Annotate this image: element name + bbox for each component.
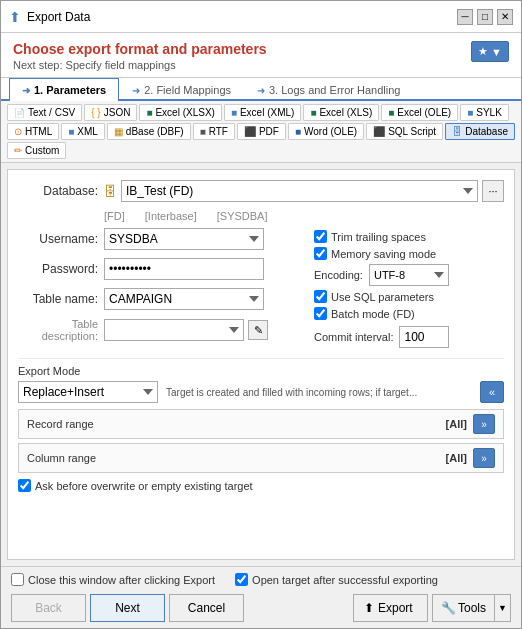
tools-dropdown-button[interactable]: ▼ [495, 594, 511, 622]
star-icon: ★ [478, 45, 488, 58]
export-mode-section: Export Mode Replace+Insert Insert Update… [18, 358, 504, 403]
username-input[interactable]: SYSDBA [104, 228, 264, 250]
format-word-ole[interactable]: ■ Word (OLE) [288, 123, 364, 140]
batch-mode-label: Batch mode (FD) [331, 308, 415, 320]
table-description-select[interactable] [104, 319, 244, 341]
commit-interval-row: Commit interval: [314, 326, 504, 348]
database-more-button[interactable]: ··· [482, 180, 504, 202]
database-select[interactable]: IB_Test (FD) [121, 180, 478, 202]
format-database[interactable]: 🗄 Database [445, 123, 515, 140]
tools-section: 🔧 Tools ▼ [432, 594, 511, 622]
export-mode-select[interactable]: Replace+Insert Insert Update [18, 381, 158, 403]
window-icon: ⬆ [9, 9, 21, 25]
format-sql-script[interactable]: ⬛ SQL Script [366, 123, 443, 140]
memory-saving-checkbox[interactable] [314, 247, 327, 260]
format-excel-xls[interactable]: ■ Excel (XLS) [303, 104, 379, 121]
content-area: Database: 🗄 IB_Test (FD) ··· [FD] [Inter… [7, 169, 515, 560]
table-desc-edit-button[interactable]: ✎ [248, 320, 268, 340]
format-bar: 📄 Text / CSV { } JSON ■ Excel (XLSX) ■ E… [1, 101, 521, 163]
header-title: Choose export format and parameters [13, 41, 267, 57]
format-html[interactable]: ⊙ HTML [7, 123, 59, 140]
next-button[interactable]: Next [90, 594, 165, 622]
table-description-row: Table description: ✎ [18, 318, 306, 342]
excel-xls-label: Excel (XLS) [319, 107, 372, 118]
action-buttons: Back Next Cancel ⬆ Export 🔧 Tools ▼ [11, 594, 511, 622]
format-custom[interactable]: ✏ Custom [7, 142, 66, 159]
format-excel-xml[interactable]: ■ Excel (XML) [224, 104, 302, 121]
tab-parameters[interactable]: ➜ 1. Parameters [9, 78, 119, 101]
format-xml[interactable]: ■ XML [61, 123, 105, 140]
column-range-value: [All] [446, 452, 467, 464]
tabs-row: ➜ 1. Parameters ➜ 2. Field Mappings ➜ 3.… [1, 78, 521, 101]
dbase-icon: ▦ [114, 126, 123, 137]
format-excel-ole[interactable]: ■ Excel (OLE) [381, 104, 458, 121]
html-icon: ⊙ [14, 126, 22, 137]
format-rtf[interactable]: ■ RTF [193, 123, 235, 140]
database-input-group: 🗄 IB_Test (FD) ··· [104, 180, 504, 202]
tab-logs[interactable]: ➜ 3. Logs and Error Handling [244, 78, 413, 101]
record-range-row: Record range [All] » [18, 409, 504, 439]
encoding-select[interactable]: UTF-8UTF-16ASCIIISO-8859-1 [369, 264, 449, 286]
excel-xls-icon: ■ [310, 107, 316, 118]
export-mode-label: Export Mode [18, 365, 504, 377]
format-sylk[interactable]: ■ SYLK [460, 104, 509, 121]
word-icon: ■ [295, 126, 301, 137]
bottom-checkboxes: Close this window after clicking Export … [11, 573, 511, 586]
commit-interval-label: Commit interval: [314, 331, 393, 343]
format-pdf[interactable]: ⬛ PDF [237, 123, 286, 140]
trim-trailing-spaces-label: Trim trailing spaces [331, 231, 426, 243]
star-button[interactable]: ★ ▼ [471, 41, 509, 62]
excel-xml-icon: ■ [231, 107, 237, 118]
close-button[interactable]: ✕ [497, 9, 513, 25]
range-section: Record range [All] » Column range [All] … [18, 409, 504, 473]
commit-interval-input[interactable] [399, 326, 449, 348]
table-name-input[interactable]: CAMPAIGN [104, 288, 264, 310]
cancel-button[interactable]: Cancel [169, 594, 244, 622]
minimize-button[interactable]: ─ [457, 9, 473, 25]
sql-label: SQL Script [388, 126, 436, 137]
left-column: Username: SYSDBA Password: Table name: C… [18, 228, 306, 350]
sylk-icon: ■ [467, 107, 473, 118]
text-csv-label: Text / CSV [28, 107, 75, 118]
password-input[interactable] [104, 258, 264, 280]
close-after-export-checkbox[interactable] [11, 573, 24, 586]
pdf-label: PDF [259, 126, 279, 137]
action-buttons-right: ⬆ Export 🔧 Tools ▼ [353, 594, 511, 622]
fast-insert-button[interactable]: « [480, 381, 504, 403]
tools-button[interactable]: 🔧 Tools [432, 594, 495, 622]
column-range-nav-button[interactable]: » [473, 448, 495, 468]
excel-xlsx-label: Excel (XLSX) [155, 107, 214, 118]
batch-mode-checkbox[interactable] [314, 307, 327, 320]
html-label: HTML [25, 126, 52, 137]
table-desc-input-group: ✎ [104, 319, 268, 341]
maximize-button[interactable]: □ [477, 9, 493, 25]
use-sql-parameters-label: Use SQL parameters [331, 291, 434, 303]
bottom-bar: Close this window after clicking Export … [1, 566, 521, 628]
username-label: Username: [18, 232, 98, 246]
json-icon: { } [91, 107, 100, 118]
trim-trailing-spaces-checkbox[interactable] [314, 230, 327, 243]
use-sql-parameters-checkbox[interactable] [314, 290, 327, 303]
json-label: JSON [104, 107, 131, 118]
format-text-csv[interactable]: 📄 Text / CSV [7, 104, 82, 121]
header-text: Choose export format and parameters Next… [13, 41, 267, 71]
back-button[interactable]: Back [11, 594, 86, 622]
export-mode-hint: Target is created and filled with incomi… [166, 387, 472, 398]
custom-label: Custom [25, 145, 59, 156]
tab-arrow-2: ➜ [132, 85, 140, 96]
record-range-nav-button[interactable]: » [473, 414, 495, 434]
trim-trailing-spaces-row: Trim trailing spaces [314, 230, 504, 243]
open-target-checkbox[interactable] [235, 573, 248, 586]
export-button[interactable]: ⬆ Export [353, 594, 428, 622]
format-json[interactable]: { } JSON [84, 104, 137, 121]
db-sub-label-interbase: [Interbase] [145, 210, 197, 222]
record-range-right: [All] » [446, 414, 495, 434]
table-name-label: Table name: [18, 292, 98, 306]
export-mode-row: Replace+Insert Insert Update Target is c… [18, 381, 504, 403]
title-bar-left: ⬆ Export Data [9, 9, 90, 25]
tab-field-mappings[interactable]: ➜ 2. Field Mappings [119, 78, 244, 101]
format-excel-xlsx[interactable]: ■ Excel (XLSX) [139, 104, 222, 121]
overwrite-checkbox[interactable] [18, 479, 31, 492]
username-row: Username: SYSDBA [18, 228, 306, 250]
format-dbase-dbf[interactable]: ▦ dBase (DBF) [107, 123, 191, 140]
